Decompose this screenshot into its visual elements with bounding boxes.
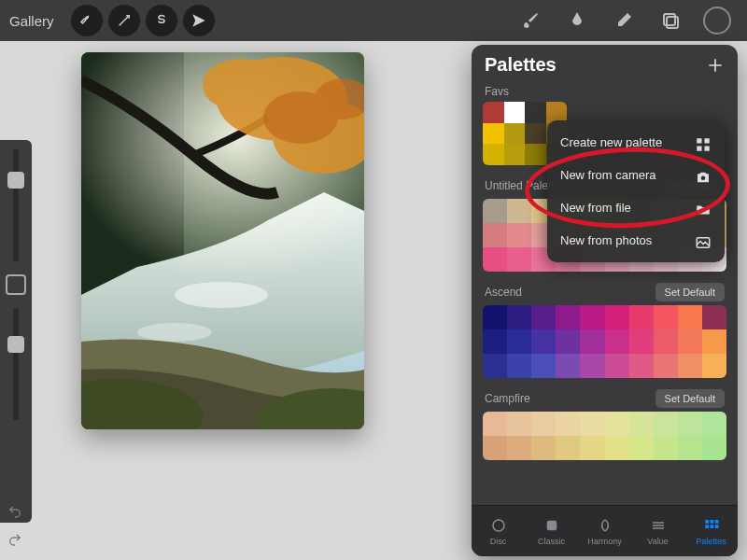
wrench-icon[interactable] xyxy=(71,5,103,36)
palette-swatches-ascend[interactable] xyxy=(483,305,726,378)
swatch[interactable] xyxy=(507,436,531,460)
tab-palettes[interactable]: Palettes xyxy=(684,506,738,556)
swatch[interactable] xyxy=(483,354,507,378)
swatch[interactable] xyxy=(580,354,604,378)
opacity-slider[interactable] xyxy=(13,308,19,420)
undo-redo-group xyxy=(4,502,26,549)
swatch[interactable] xyxy=(531,329,556,354)
palette-swatches-campfire[interactable] xyxy=(483,412,726,460)
swatch[interactable] xyxy=(504,144,526,165)
swatch[interactable] xyxy=(605,354,629,378)
swatch[interactable] xyxy=(507,247,531,272)
swatch[interactable] xyxy=(525,123,546,145)
swatch[interactable] xyxy=(556,436,580,460)
swatch[interactable] xyxy=(504,102,526,123)
swatch[interactable] xyxy=(531,305,556,329)
swatch[interactable] xyxy=(629,354,654,378)
new-from-photos-item[interactable]: New from photos xyxy=(547,224,725,257)
swatch[interactable] xyxy=(678,436,702,460)
swatch[interactable] xyxy=(702,412,726,436)
swatch[interactable] xyxy=(556,412,580,436)
swatch[interactable] xyxy=(483,436,507,460)
swatch[interactable] xyxy=(504,123,526,145)
swatch[interactable] xyxy=(629,412,654,436)
swatch[interactable] xyxy=(654,329,678,354)
swatch[interactable] xyxy=(654,436,678,460)
swatch[interactable] xyxy=(678,329,702,354)
swatch[interactable] xyxy=(483,329,507,354)
swatch[interactable] xyxy=(580,305,604,329)
swatch[interactable] xyxy=(678,305,702,329)
swatch[interactable] xyxy=(507,354,531,378)
swatch[interactable] xyxy=(531,354,556,378)
new-from-file-item[interactable]: New from file xyxy=(547,191,725,224)
swatch[interactable] xyxy=(580,329,604,354)
swatch[interactable] xyxy=(654,354,678,378)
swatch[interactable] xyxy=(483,247,507,272)
swatch[interactable] xyxy=(507,329,531,354)
swatch[interactable] xyxy=(507,412,531,436)
modify-button[interactable] xyxy=(6,274,26,295)
set-default-button[interactable]: Set Default xyxy=(655,389,725,408)
swatch[interactable] xyxy=(702,354,726,378)
swatch[interactable] xyxy=(678,412,702,436)
s-tool-icon[interactable] xyxy=(146,5,177,36)
palette-name[interactable]: Campfire xyxy=(485,392,655,405)
swatch[interactable] xyxy=(654,412,678,436)
tab-harmony[interactable]: Harmony xyxy=(578,506,631,556)
swatch[interactable] xyxy=(483,305,507,329)
wand-icon[interactable] xyxy=(108,5,140,36)
smudge-icon[interactable] xyxy=(557,0,598,41)
swatch[interactable] xyxy=(531,412,556,436)
swatch[interactable] xyxy=(483,223,507,247)
swatch[interactable] xyxy=(525,144,546,165)
swatch[interactable] xyxy=(702,329,726,354)
brush-icon[interactable] xyxy=(510,0,551,41)
tab-disc[interactable]: Disc xyxy=(472,506,525,556)
swatch[interactable] xyxy=(483,102,504,123)
swatch[interactable] xyxy=(507,305,531,329)
gallery-button[interactable]: Gallery xyxy=(9,13,54,29)
swatch[interactable] xyxy=(556,329,580,354)
redo-button[interactable] xyxy=(4,530,26,549)
palette-name[interactable]: Ascend xyxy=(485,286,655,299)
tab-value[interactable]: Value xyxy=(631,506,684,556)
swatch[interactable] xyxy=(507,223,531,247)
eraser-icon[interactable] xyxy=(603,0,644,41)
swatch[interactable] xyxy=(507,199,531,223)
palette-name[interactable]: Favs xyxy=(485,85,725,98)
swatch[interactable] xyxy=(629,305,654,329)
swatch[interactable] xyxy=(483,123,504,145)
svg-rect-25 xyxy=(714,520,718,524)
swatch[interactable] xyxy=(605,305,629,329)
color-circle[interactable] xyxy=(697,0,738,41)
set-default-button[interactable]: Set Default xyxy=(655,283,725,301)
swatch[interactable] xyxy=(629,436,654,460)
undo-button[interactable] xyxy=(4,502,26,521)
swatch[interactable] xyxy=(580,436,604,460)
swatch[interactable] xyxy=(483,199,507,223)
tab-classic[interactable]: Classic xyxy=(525,506,578,556)
swatch[interactable] xyxy=(654,305,678,329)
brush-size-slider[interactable] xyxy=(13,149,19,261)
swatch[interactable] xyxy=(629,329,654,354)
new-from-camera-item[interactable]: New from camera xyxy=(547,159,725,191)
swatch[interactable] xyxy=(483,412,507,436)
swatch[interactable] xyxy=(525,102,546,123)
swatch[interactable] xyxy=(556,305,580,329)
add-palette-button[interactable] xyxy=(706,56,725,75)
swatch[interactable] xyxy=(531,436,556,460)
swatch[interactable] xyxy=(605,412,629,436)
swatch[interactable] xyxy=(483,144,504,165)
swatch[interactable] xyxy=(605,329,629,354)
swatch[interactable] xyxy=(556,354,580,378)
arrow-icon[interactable] xyxy=(183,5,215,36)
swatch[interactable] xyxy=(605,436,629,460)
swatch[interactable] xyxy=(678,354,702,378)
swatch[interactable] xyxy=(580,412,604,436)
layers-icon[interactable] xyxy=(650,0,691,41)
swatch[interactable] xyxy=(702,436,726,460)
canvas[interactable] xyxy=(81,52,364,429)
swatch[interactable] xyxy=(702,305,726,329)
create-new-palette-item[interactable]: Create new palette xyxy=(547,126,725,159)
